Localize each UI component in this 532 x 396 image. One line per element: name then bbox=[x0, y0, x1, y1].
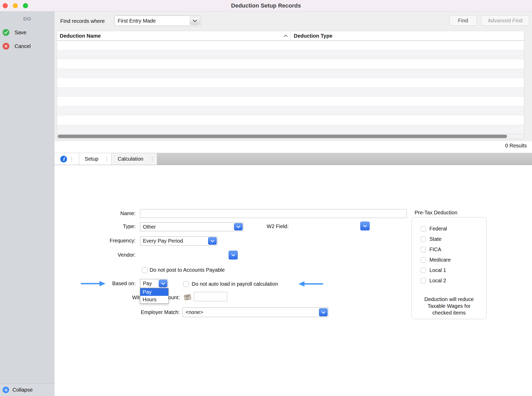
medicare-checkbox[interactable] bbox=[421, 257, 426, 263]
table-row bbox=[57, 50, 524, 59]
withholding-calculator-icon[interactable] bbox=[184, 294, 192, 302]
frequency-select[interactable]: Every Pay Period bbox=[140, 236, 217, 245]
pretax-checkbox-list: Federal State FICA Medicare Local 1 bbox=[421, 226, 451, 283]
tab-calculation[interactable]: Calculation ⋮ bbox=[111, 153, 157, 165]
table-row bbox=[57, 106, 524, 115]
titlebar: Deduction Setup Records bbox=[0, 0, 532, 11]
employer-match-select[interactable]: <none> bbox=[183, 308, 328, 317]
zoom-window-button[interactable] bbox=[23, 3, 28, 8]
table-row bbox=[57, 41, 524, 50]
grip-dots-icon: ⋮ bbox=[150, 156, 157, 162]
find-field-chevron-icon bbox=[190, 17, 200, 25]
scrollbar-thumb[interactable] bbox=[58, 135, 507, 138]
fica-checkbox[interactable] bbox=[421, 247, 426, 252]
table-row bbox=[57, 59, 524, 69]
cancel-x-icon bbox=[3, 43, 9, 50]
info-icon[interactable]: i bbox=[60, 156, 67, 162]
employer-match-chevron-icon[interactable] bbox=[319, 308, 328, 316]
name-input[interactable] bbox=[140, 209, 407, 218]
save-button[interactable]: Save bbox=[0, 28, 55, 37]
state-checkbox[interactable] bbox=[421, 236, 426, 242]
main-area: Find records where First Entry Made Find… bbox=[55, 11, 532, 396]
pretax-deduction-title: Pre-Tax Deduction bbox=[415, 210, 457, 216]
column-header-deduction-name[interactable]: Deduction Name bbox=[57, 31, 290, 40]
vendor-dropdown-button[interactable] bbox=[229, 251, 238, 260]
federal-checkbox[interactable] bbox=[421, 226, 426, 231]
pretax-row-state: State bbox=[421, 236, 451, 242]
info-segment: i ⋮ bbox=[55, 153, 79, 165]
type-selected-value: Other bbox=[143, 224, 156, 230]
tab-setup[interactable]: Setup ⋮ bbox=[79, 153, 111, 165]
vendor-label: Vendor: bbox=[78, 252, 136, 258]
name-label: Name: bbox=[78, 210, 136, 216]
based-on-selected-value: Pay bbox=[143, 281, 152, 286]
based-on-select[interactable]: Pay bbox=[140, 279, 168, 288]
collapse-button-label: Collapse bbox=[12, 387, 33, 393]
window-title: Deduction Setup Records bbox=[231, 2, 301, 9]
collapse-chevrons-icon bbox=[3, 387, 9, 393]
pretax-row-local1: Local 1 bbox=[421, 268, 451, 273]
table-row bbox=[57, 97, 524, 106]
w2-field-dropdown-button[interactable] bbox=[360, 222, 370, 230]
cancel-button[interactable]: Cancel bbox=[0, 42, 55, 51]
sort-ascending-icon bbox=[284, 35, 288, 37]
records-table: Deduction Name Deduction Type bbox=[57, 31, 524, 134]
w2-field-label: W2 Field: bbox=[231, 223, 289, 229]
dropdown-option-pay[interactable]: Pay bbox=[140, 288, 168, 296]
pretax-row-federal: Federal bbox=[421, 226, 451, 231]
column-header-deduction-type[interactable]: Deduction Type bbox=[290, 31, 524, 40]
grip-dots-icon: ⋮ bbox=[69, 156, 76, 162]
tab-bar: i ⋮ Setup ⋮ Calculation ⋮ bbox=[55, 153, 532, 165]
type-label: Type: bbox=[78, 223, 136, 229]
do-not-post-ap-label: Do not post to Accounts Payable bbox=[150, 267, 225, 273]
frequency-selected-value: Every Pay Period bbox=[143, 238, 183, 244]
find-field-select[interactable]: First Entry Made bbox=[114, 16, 201, 26]
do-not-post-ap-checkbox[interactable] bbox=[142, 267, 148, 273]
employer-match-label: Employer Match: bbox=[123, 309, 180, 315]
local1-checkbox[interactable] bbox=[421, 268, 426, 273]
advanced-find-button[interactable]: Advanced Find bbox=[481, 15, 529, 26]
find-field-selected-value: First Entry Made bbox=[118, 18, 156, 24]
based-on-chevron-icon[interactable] bbox=[159, 280, 167, 287]
frequency-chevron-icon[interactable] bbox=[208, 237, 217, 245]
cancel-button-label: Cancel bbox=[15, 43, 31, 49]
table-row bbox=[57, 78, 524, 87]
table-row bbox=[57, 115, 524, 125]
grip-dots-icon: ⋮ bbox=[104, 156, 111, 162]
collapse-button[interactable]: Collapse bbox=[0, 384, 55, 396]
do-not-autoload-label: Do not auto load in payroll calculation bbox=[192, 281, 278, 287]
employer-match-selected-value: <none> bbox=[185, 309, 203, 315]
horizontal-scrollbar[interactable] bbox=[57, 134, 524, 139]
do-not-autoload-checkbox[interactable] bbox=[183, 281, 189, 287]
pretax-row-medicare: Medicare bbox=[421, 257, 451, 263]
app-window: Deduction Setup Records DO Save Cancel C… bbox=[0, 0, 532, 396]
find-button[interactable]: Find bbox=[449, 15, 477, 26]
sidebar: DO Save Cancel Collapse bbox=[0, 11, 55, 396]
save-check-icon bbox=[3, 29, 9, 36]
pretax-row-local2: Local 2 bbox=[421, 278, 451, 283]
table-row bbox=[57, 125, 524, 134]
table-row bbox=[57, 87, 524, 97]
type-select[interactable]: Other bbox=[140, 222, 243, 231]
dropdown-option-hours[interactable]: Hours bbox=[140, 296, 168, 303]
frequency-label: Frequency: bbox=[78, 238, 136, 244]
sidebar-header: DO bbox=[0, 11, 55, 22]
pretax-deduction-panel: Federal State FICA Medicare Local 1 bbox=[411, 217, 487, 319]
results-count: 0 Results bbox=[505, 143, 527, 149]
minimize-window-button[interactable] bbox=[13, 3, 18, 8]
table-row bbox=[57, 69, 524, 78]
table-body bbox=[57, 41, 524, 134]
pretax-note: Deduction will reduce Taxable Wages for … bbox=[412, 296, 486, 316]
based-on-label: Based on: bbox=[78, 281, 136, 286]
based-on-dropdown-list: Pay Hours bbox=[140, 288, 169, 304]
local2-checkbox[interactable] bbox=[421, 278, 426, 283]
find-records-where-label: Find records where bbox=[60, 18, 105, 24]
close-window-button[interactable] bbox=[3, 3, 8, 8]
save-button-label: Save bbox=[15, 30, 26, 36]
annotation-arrow-left-icon bbox=[298, 281, 323, 287]
pretax-row-fica: FICA bbox=[421, 247, 451, 252]
withholding-amount-input[interactable] bbox=[194, 292, 227, 301]
table-header: Deduction Name Deduction Type bbox=[57, 31, 524, 41]
